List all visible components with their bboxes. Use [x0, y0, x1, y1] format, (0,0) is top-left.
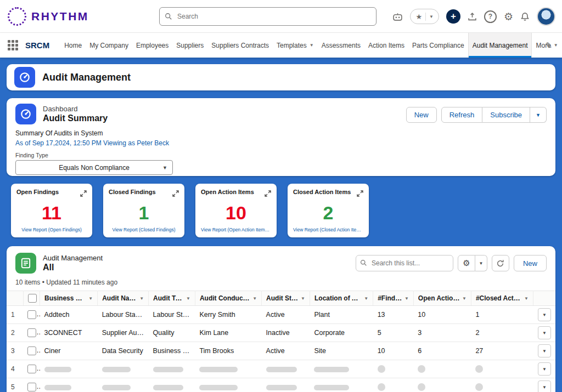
skeleton-placeholder — [199, 367, 237, 372]
tab-templates[interactable]: Templates▼ — [273, 33, 318, 58]
view-report-link[interactable]: View Report (Closed Findings) — [109, 227, 179, 232]
table-row: 1AddtechLabour StandardLabour Stan...Ker… — [7, 306, 555, 324]
list-header: Audit Management All ⚙ ▼ New — [7, 253, 555, 274]
tab-assessments[interactable]: Assessments — [318, 33, 364, 58]
list-view-name[interactable]: All — [43, 263, 103, 272]
dashboard-kind-label: Dashboard — [43, 105, 108, 113]
cell-audit-type — [149, 378, 195, 392]
column-header-business-name[interactable]: Business Name▼ — [40, 291, 98, 306]
row-number: 3 — [7, 342, 23, 360]
guidance-center-icon[interactable] — [468, 12, 477, 21]
row-checkbox-cell — [23, 360, 40, 378]
einstein-assistant-icon[interactable] — [392, 13, 403, 21]
expand-icon[interactable] — [80, 189, 87, 199]
row-actions-button[interactable]: ▼ — [538, 362, 551, 376]
tab-suppliers[interactable]: Suppliers — [172, 33, 207, 58]
search-icon — [165, 13, 172, 20]
select-all-checkbox[interactable] — [28, 294, 37, 303]
view-report-link[interactable]: View Report (Open Findings) — [16, 227, 87, 232]
skeleton-placeholder — [418, 383, 425, 391]
table-row: 3CinerData SecurityBusiness EthicsTim Br… — [7, 342, 555, 360]
metric-title: Open Findings — [16, 189, 59, 196]
cell-open-action — [413, 360, 471, 378]
tab-suppliers-contracts[interactable]: Suppliers Contracts — [207, 33, 273, 58]
row-checkbox[interactable] — [27, 328, 36, 337]
row-checkbox-cell — [23, 378, 40, 392]
cell-closed-action — [471, 360, 533, 378]
tab-home[interactable]: Home — [60, 33, 86, 58]
tab-my-company[interactable]: My Company — [86, 33, 132, 58]
tab-action-items[interactable]: Action Items — [364, 33, 408, 58]
expand-icon[interactable] — [172, 189, 179, 199]
expand-icon[interactable] — [357, 189, 363, 199]
cell-location-of-audit — [310, 378, 373, 392]
list-new-button[interactable]: New — [514, 255, 547, 271]
help-icon[interactable]: ? — [484, 10, 497, 23]
column-header-audit-name[interactable]: Audit Name▼ — [98, 291, 149, 306]
skeleton-placeholder — [475, 365, 483, 373]
list-search-input[interactable] — [356, 255, 453, 271]
new-button[interactable]: New — [406, 107, 437, 123]
tab-audit-management[interactable]: Audit Management — [468, 33, 532, 58]
nav-tabs: Home My Company Employees Suppliers Supp… — [60, 33, 562, 58]
refresh-button[interactable]: Refresh — [441, 107, 483, 123]
cell-location-of-audit: Corporate — [310, 324, 373, 342]
page-content: Audit Management Dashboard Audit Summary… — [0, 58, 562, 392]
column-header-closed-action[interactable]: #Closed Action...▼ — [471, 291, 533, 306]
app-launcher-icon[interactable] — [8, 40, 18, 50]
cell-open-action: 3 — [413, 324, 471, 342]
edit-nav-pencil-icon[interactable]: ✎ — [545, 41, 552, 50]
row-checkbox[interactable] — [27, 346, 36, 355]
skeleton-placeholder — [102, 367, 131, 372]
list-refresh-button[interactable] — [492, 255, 509, 271]
list-meta-text: 10 items • Updated 11 minutes ago — [7, 274, 555, 291]
skeleton-placeholder — [314, 367, 349, 372]
column-header-location-of-audit[interactable]: Location of Audit▼ — [310, 291, 373, 306]
skeleton-placeholder — [153, 367, 184, 372]
row-checkbox[interactable] — [27, 310, 36, 319]
tab-employees[interactable]: Employees — [132, 33, 172, 58]
view-report-link[interactable]: View Report (Open Action Items - Finding… — [201, 227, 271, 232]
cell-closed-action: 27 — [471, 342, 533, 360]
list-settings-gear-icon[interactable]: ⚙ — [458, 255, 475, 271]
column-header-audit-status[interactable]: Audit Status▼ — [262, 291, 310, 306]
skeleton-placeholder — [266, 385, 297, 390]
dashboard-description: Summary Of Audits in System — [15, 129, 547, 137]
row-number-header — [7, 291, 23, 306]
notifications-bell-icon[interactable] — [520, 12, 530, 21]
metric-cards-row: Open Findings 11 View Report (Open Findi… — [7, 184, 555, 237]
user-avatar[interactable] — [537, 7, 555, 26]
view-report-link[interactable]: View Report (Closed Action Items - Findi… — [293, 227, 363, 232]
skeleton-placeholder — [314, 385, 349, 390]
app-name: SRCM — [25, 41, 49, 50]
finding-type-filter[interactable]: Equals Non Compliance ▼ — [15, 160, 173, 175]
star-icon: ★ — [415, 13, 422, 21]
chevron-down-icon: ▼ — [301, 296, 305, 301]
row-checkbox[interactable] — [27, 383, 36, 391]
subscribe-button[interactable]: Subscribe — [482, 107, 530, 123]
select-all-header[interactable] — [23, 291, 40, 306]
row-actions-button[interactable]: ▼ — [538, 308, 551, 321]
row-actions-button[interactable]: ▼ — [538, 344, 551, 357]
setup-gear-icon[interactable]: ⚙ — [504, 12, 513, 22]
cell-closed-action — [471, 378, 533, 392]
column-header-open-action[interactable]: Open Action...▼ — [413, 291, 471, 306]
column-header-audit-type[interactable]: Audit Type▼ — [149, 291, 195, 306]
row-checkbox[interactable] — [27, 365, 36, 373]
row-actions-button[interactable]: ▼ — [538, 326, 551, 339]
global-search-input[interactable] — [159, 7, 376, 26]
cell-audit-name: Data Security — [98, 342, 149, 360]
column-header-audit-conducted[interactable]: Audit Conducted...▼ — [195, 291, 261, 306]
dashboard-more-actions-button[interactable]: ▼ — [530, 107, 547, 123]
cell-findings: 5 — [373, 324, 414, 342]
cell-audit-conducted-by: Tim Brooks — [195, 342, 261, 360]
favorites-pill[interactable]: ★ ▼ — [410, 9, 439, 24]
cell-audit-name — [98, 378, 149, 392]
list-settings-chevron-icon[interactable]: ▼ — [475, 255, 487, 271]
global-actions-icon[interactable]: + — [446, 9, 460, 24]
row-actions-button[interactable]: ▼ — [538, 380, 551, 392]
column-header-findings[interactable]: #Findings▼ — [373, 291, 414, 306]
expand-icon[interactable] — [265, 189, 271, 199]
cell-audit-conducted-by — [195, 360, 261, 378]
tab-parts-compliance[interactable]: Parts Compliance — [408, 33, 468, 58]
